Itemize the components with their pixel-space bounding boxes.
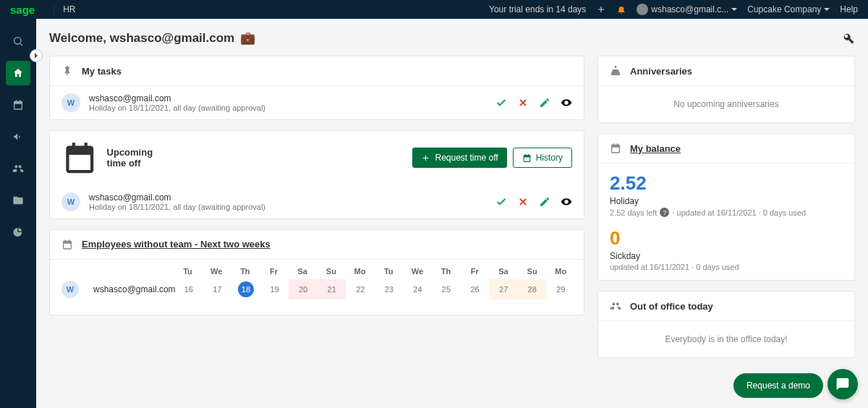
day-label: Th [231,267,260,276]
approve-icon[interactable] [495,97,507,109]
day-label: We [202,267,231,276]
out-of-office-empty: Everybody is in the office today! [598,321,854,357]
day-label: We [403,267,432,276]
sidebar-home[interactable] [6,61,30,85]
my-tasks-title: My tasks [82,66,122,77]
anniversaries-title: Anniversaries [630,66,692,77]
sidebar-people[interactable] [6,156,30,181]
task-detail: Holiday on 18/11/2021, all day (awaiting… [89,103,265,112]
day-cell[interactable]: 23 [375,279,404,299]
plus-icon [421,153,430,163]
upcoming-email: wshasco@gmail.com [89,192,265,203]
avatar: W [61,192,80,211]
day-label: Tu [374,267,403,276]
day-cell[interactable]: 16 [174,279,203,299]
day-cell[interactable]: 17 [203,279,232,299]
avatar: W [61,93,80,112]
help-icon[interactable]: ? [660,208,669,217]
day-label: Su [317,267,346,276]
day-cell[interactable]: 22 [346,279,375,299]
sage-logo[interactable]: sage [10,4,35,16]
holiday-updated: · updated at 16/11/2021 · 0 days used [672,208,806,217]
balance-title[interactable]: My balance [630,143,681,154]
day-cell[interactable]: 20 [289,279,318,299]
anniversaries-empty: No upcoming anniversaries [598,86,854,122]
calendar-icon [12,99,24,111]
day-label: Th [432,267,461,276]
cake-icon [610,65,621,77]
section-label[interactable]: HR [63,4,75,14]
search-icon [12,35,24,47]
briefcase-icon: 💼 [240,30,255,46]
sidebar-files[interactable] [6,188,30,213]
people-icon [12,163,24,174]
day-label: Mo [346,267,375,276]
day-label: Mo [546,267,575,276]
calendar-icon [61,239,73,250]
plus-icon[interactable] [596,4,606,14]
out-of-office-title: Out of office today [630,301,713,312]
reject-icon[interactable] [517,97,529,109]
day-cell[interactable]: 26 [461,279,490,299]
my-balance-card: My balance 2.52 Holiday 2.52 days left ?… [597,133,855,281]
topbar-left: sage HR [10,4,76,16]
calendar-icon [61,140,98,177]
calendar-icon [522,153,532,163]
day-cell[interactable]: 19 [260,279,289,299]
holiday-days-left: 2.52 days left [610,208,657,217]
history-button[interactable]: History [513,148,572,168]
out-of-office-card: Out of office today Everybody is in the … [597,291,855,358]
day-cell[interactable]: 24 [404,279,433,299]
request-time-off-button[interactable]: Request time off [412,148,506,168]
edit-icon[interactable] [539,196,550,208]
sidebar-search[interactable] [6,29,30,54]
approve-icon[interactable] [495,196,507,208]
request-label: Request time off [435,153,498,163]
day-label: Sa [288,267,317,276]
sick-updated: updated at 16/11/2021 · 0 days used [610,263,739,271]
home-icon [12,67,24,79]
avatar: W [61,281,79,298]
day-cell[interactable]: 25 [432,279,461,299]
chat-fab[interactable] [827,369,858,399]
no-team-title[interactable]: Employees without team - Next two weeks [82,239,271,250]
upcoming-time-off-card: Upcoming time off Request time off Histo… [49,130,584,219]
calendar-icon [610,143,621,154]
request-demo-button[interactable]: Request a demo [733,373,823,398]
bell-icon[interactable] [616,4,626,14]
upcoming-title: Upcoming time off [107,147,153,169]
day-cell[interactable]: 18 [231,276,260,303]
trial-notice: Your trial ends in 14 days [489,4,586,14]
edit-icon[interactable] [539,97,550,109]
company-menu[interactable]: Cupcake Company [747,4,830,14]
anniversaries-card: Anniversaries No upcoming anniversaries [597,56,855,123]
holiday-balance-value: 2.52 [610,172,843,195]
chat-icon [835,377,850,391]
settings-wrench-icon[interactable] [842,32,855,45]
help-link[interactable]: Help [840,4,858,14]
day-cell[interactable]: 28 [518,279,547,299]
topbar-right: Your trial ends in 14 days wshasco@gmail… [489,4,858,15]
sidebar-announce[interactable] [6,124,30,149]
pie-chart-icon [12,226,24,238]
history-label: History [536,153,563,163]
day-cell[interactable]: 27 [489,279,518,299]
my-tasks-card: My tasks W wshasco@gmail.com Holiday on … [49,56,584,120]
sidebar-reports[interactable] [6,220,30,245]
sidebar-calendar[interactable] [6,93,30,117]
view-icon[interactable] [561,97,572,109]
day-cell[interactable]: 29 [547,279,576,299]
view-icon[interactable] [561,196,572,208]
svg-line-1 [20,43,22,46]
welcome-text: Welcome, wshasco@gmail.com [49,31,234,46]
user-menu[interactable]: wshasco@gmail.c... [637,4,737,15]
sick-balance-value: 0 [610,227,843,250]
svg-point-0 [14,38,21,44]
day-label: Tu [174,267,203,276]
holiday-label: Holiday [610,196,843,206]
day-cell[interactable]: 21 [318,279,346,299]
calendar-body-row: W wshasco@gmail.com 16171819202122232425… [59,276,575,303]
divider [54,4,54,14]
reject-icon[interactable] [517,196,529,208]
welcome-heading: Welcome, wshasco@gmail.com 💼 [49,30,255,46]
